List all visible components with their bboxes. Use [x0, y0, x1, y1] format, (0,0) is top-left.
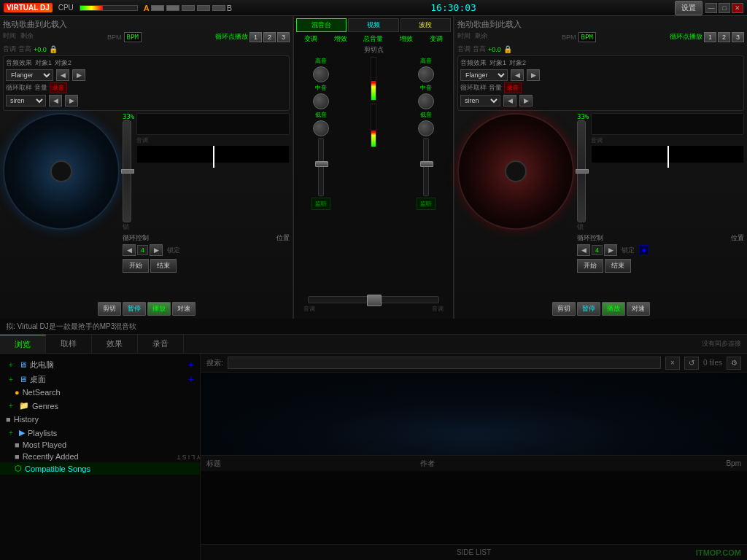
- add-btn-desktop[interactable]: +: [188, 373, 194, 385]
- sidebar-item-most-played[interactable]: ■ Most Played: [0, 439, 200, 451]
- loop-controls-right: 循环点播放 1 2 3: [670, 32, 744, 42]
- sidebar-item-recently-added[interactable]: ■ Recently Added: [0, 451, 200, 462]
- loop-prev-right[interactable]: ◀: [577, 244, 590, 256]
- sidebar-item-compatible-songs[interactable]: ⬡ Compatible Songs: [0, 462, 200, 475]
- fx-prev-right[interactable]: ◀: [511, 69, 524, 81]
- pitch-slider-track-left[interactable]: [123, 120, 131, 222]
- high-knob-left[interactable]: [313, 66, 329, 82]
- fader-left[interactable]: [318, 138, 324, 196]
- needle-right: [667, 146, 669, 168]
- rec-label-left[interactable]: 录音: [50, 82, 67, 93]
- mixer-tab-video[interactable]: 视频: [348, 18, 398, 32]
- siren-next-left[interactable]: ▶: [65, 95, 78, 106]
- fader-thumb-left[interactable]: [315, 161, 328, 167]
- search-settings-button[interactable]: ⚙: [727, 357, 741, 370]
- fx3-label: 增效: [400, 34, 413, 44]
- low-knob-right[interactable]: [418, 120, 434, 136]
- pitch-slider-thumb-right[interactable]: [576, 169, 589, 174]
- loop-btn-3-left[interactable]: 3: [277, 32, 290, 42]
- fx-next-right[interactable]: ▶: [527, 69, 540, 81]
- sidebar-item-this-pc[interactable]: + 🖥 此电脑 +: [0, 357, 200, 372]
- transport-btns-right: 剪切 暂停 播放 对速: [457, 302, 744, 316]
- loop-btn-2-right[interactable]: 2: [718, 32, 730, 42]
- sidebar-item-netsearch[interactable]: ● NetSearch: [0, 386, 200, 398]
- most-played-label: Most Played: [23, 440, 67, 449]
- mid-knob-left[interactable]: [313, 93, 329, 109]
- track-list[interactable]: [201, 471, 747, 544]
- sidebar-item-genres[interactable]: + 📁 Genres: [0, 400, 200, 412]
- loop-btn-1-right[interactable]: 1: [704, 32, 716, 42]
- monitor-btn-right[interactable]: 监听: [417, 198, 436, 210]
- pitch-slider-track-right[interactable]: [577, 120, 586, 222]
- fx-next-left[interactable]: ▶: [72, 69, 85, 81]
- siren-prev-left[interactable]: ◀: [49, 95, 62, 106]
- tab-sample[interactable]: 取样: [46, 335, 92, 353]
- loop-next-right[interactable]: ▶: [604, 244, 617, 256]
- loop-prev-left[interactable]: ◀: [123, 244, 136, 256]
- end-btn-right[interactable]: 结束: [605, 259, 631, 273]
- vinyl-disc-left[interactable]: [3, 113, 120, 230]
- mixer-ch-center: [349, 57, 399, 294]
- start-btn-left[interactable]: 开始: [123, 259, 149, 273]
- tab-browse[interactable]: 浏览: [0, 335, 46, 353]
- speed-btn-right[interactable]: 对速: [627, 302, 650, 316]
- loop-btn-1-left[interactable]: 1: [249, 32, 262, 42]
- fx-select-left[interactable]: Flanger: [6, 69, 53, 81]
- compatible-songs-icon: ⬡: [15, 464, 22, 473]
- minimize-button[interactable]: —: [705, 3, 717, 13]
- loop-sample-row-right: 循环取样 音量 录音: [460, 82, 741, 93]
- start-btn-right[interactable]: 开始: [577, 259, 603, 273]
- vinyl-disc-right[interactable]: [457, 113, 574, 230]
- search-input[interactable]: [228, 357, 661, 369]
- pitch-slider-thumb-left[interactable]: [121, 169, 134, 174]
- channel-a-label: A: [144, 4, 150, 12]
- low-knob-left[interactable]: [313, 120, 329, 136]
- siren-prev-right[interactable]: ◀: [503, 95, 516, 106]
- search-refresh-button[interactable]: ↺: [684, 357, 699, 370]
- percent-right: 33%: [577, 113, 589, 120]
- rec-label-right[interactable]: 录音: [504, 82, 522, 93]
- play-btn-left[interactable]: 播放: [147, 302, 171, 316]
- high-knob-right[interactable]: [418, 66, 434, 82]
- loop-next-left[interactable]: ▶: [150, 244, 163, 256]
- vol-label-right: 音量: [489, 83, 502, 93]
- mixer-ch-right: 高音 中音 低音 监听: [400, 57, 451, 294]
- fx-select-right[interactable]: Flanger: [460, 69, 508, 81]
- siren-next-right[interactable]: ▶: [519, 95, 533, 106]
- tab-record[interactable]: 录音: [138, 335, 184, 353]
- pause-btn-left[interactable]: 暂停: [123, 302, 146, 316]
- crossfader-thumb[interactable]: [367, 295, 382, 306]
- fx-prev-left[interactable]: ◀: [56, 69, 69, 81]
- sidebar-item-desktop[interactable]: + 🖥 桌面 +: [0, 372, 200, 386]
- tab-effects[interactable]: 效果: [92, 335, 138, 353]
- fader-right[interactable]: [423, 138, 429, 196]
- monitor-btn-left[interactable]: 监听: [311, 198, 330, 210]
- mixer-tab-wave[interactable]: 波段: [400, 18, 451, 32]
- settings-button[interactable]: 设置: [675, 1, 703, 15]
- compatible-songs-label: Compatible Songs: [25, 464, 90, 473]
- fader-thumb-right[interactable]: [420, 161, 433, 167]
- add-btn-pc[interactable]: +: [188, 359, 194, 370]
- cut-btn-right[interactable]: 剪切: [552, 302, 576, 316]
- loop-btn-2-left[interactable]: 2: [263, 32, 276, 42]
- mid-l-label: 中音: [315, 84, 327, 92]
- mid-knob-right[interactable]: [418, 93, 434, 109]
- siren-select-right[interactable]: siren: [460, 95, 500, 106]
- siren-select-left[interactable]: siren: [6, 95, 46, 106]
- cut-btn-left[interactable]: 剪切: [98, 302, 121, 316]
- restore-button[interactable]: □: [719, 3, 730, 13]
- play-btn-right[interactable]: 播放: [602, 302, 625, 316]
- pause-btn-right[interactable]: 暂停: [577, 302, 600, 316]
- close-button[interactable]: ✕: [732, 3, 743, 13]
- pitch-slider-left: 33% 锁 音调: [123, 113, 290, 232]
- sidebar-item-playlists[interactable]: + ▶ Playlists: [0, 427, 200, 439]
- crossfader-track[interactable]: [308, 296, 439, 303]
- loop-control-label-right: 循环控制: [577, 233, 603, 243]
- end-btn-left[interactable]: 结束: [150, 259, 177, 273]
- speed-btn-left[interactable]: 对速: [172, 302, 196, 316]
- loop-btn-3-right[interactable]: 3: [732, 32, 744, 42]
- mixer-tab-mix[interactable]: 混音台: [296, 18, 347, 32]
- sidebar-item-history[interactable]: ■ History: [0, 413, 200, 425]
- blue-lock-right[interactable]: ■: [639, 245, 649, 255]
- search-clear-button[interactable]: ×: [665, 357, 680, 370]
